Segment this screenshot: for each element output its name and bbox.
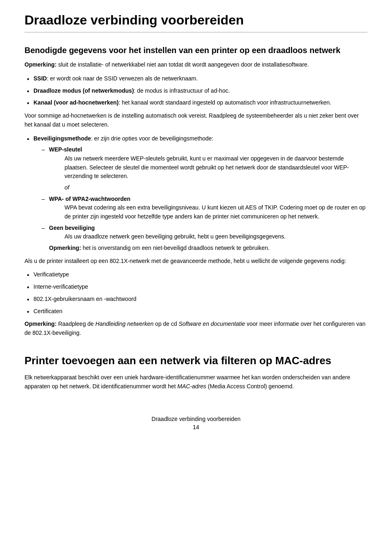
final-note-text: Opmerking: Raadpleeg de Handleiding netw… xyxy=(24,320,368,337)
security-bullet-list: Beveiligingsmethode: er zijn drie opties… xyxy=(24,134,368,253)
intro-rest: sluit de installatie- of netwerkkabel ni… xyxy=(57,61,309,68)
final-note-italic1: Handleiding netwerken xyxy=(96,321,154,327)
wep-item: WEP-sleutel Als uw netwerk meerdere WEP-… xyxy=(42,145,368,192)
footer-text: Draadloze verbinding voorbereiden xyxy=(24,416,368,422)
security-note-text: het is onverstandig om een niet-beveilig… xyxy=(81,245,270,251)
mac-adres-term: MAC-adres xyxy=(177,383,206,390)
list-802-item-2: Interne-verificatietype xyxy=(24,283,368,292)
modus-text: : de modus is infrastructuur of ad-hoc. xyxy=(134,87,230,94)
intro-text: Opmerking: sluit de installatie- of netw… xyxy=(24,60,368,69)
final-note-paragraph: Opmerking: Raadpleeg de Handleiding netw… xyxy=(24,320,368,337)
geen-beveiliging-label: Geen beveiliging xyxy=(49,225,95,231)
adhoc-paragraph: Voor sommige ad-hocnetwerken is de inste… xyxy=(24,111,368,129)
list-802-item-1: Verificatietype xyxy=(24,270,368,279)
bullet-beveiligingsmethode: Beveiligingsmethode: er zijn drie opties… xyxy=(24,134,368,253)
wep-sub-text: Als uw netwerk meerdere WEP-sleutels geb… xyxy=(65,154,368,181)
bullet-draadloze-modus: Draadloze modus (of netwerkmodus): de mo… xyxy=(24,87,368,96)
geen-beveiliging-sub-text: Als uw draadloze netwerk geen beveiligin… xyxy=(65,232,368,241)
intro-bold: Opmerking: xyxy=(24,61,57,68)
beveiliging-bold: Beveiligingsmethode xyxy=(33,135,91,142)
bullet-kanaal: Kanaal (voor ad-hocnetwerken): het kanaa… xyxy=(24,98,368,107)
page-number: 14 xyxy=(24,424,368,430)
modus-bold: Draadloze modus (of netwerkmodus) xyxy=(33,87,134,94)
section1-heading: Benodigde gegevens voor het instellen va… xyxy=(24,45,368,56)
intro-paragraph: Opmerking: sluit de installatie- of netw… xyxy=(24,60,368,69)
page-footer: Draadloze verbinding voorbereiden 14 xyxy=(24,416,368,430)
page-title: Draadloze verbinding voorbereiden xyxy=(24,12,368,33)
section2-paragraph: Elk netwerkapparaat beschikt over een un… xyxy=(24,373,368,391)
ssid-text: : er wordt ook naar de SSID verwezen als… xyxy=(47,75,198,82)
list-802-item-3: 802.1X-gebruikersnaam en -wachtwoord xyxy=(24,295,368,304)
final-note-mid: op de cd xyxy=(154,321,179,327)
final-note-italic2: Software en documentatie xyxy=(178,321,245,327)
wpa-sub-text: WPA bevat codering als een extra beveili… xyxy=(65,203,368,221)
geen-beveiliging-item: Geen beveiliging Als uw draadloze netwer… xyxy=(42,224,368,241)
ssid-bold: SSID xyxy=(33,75,47,82)
para-802: Als u de printer installeert op een 802.… xyxy=(24,257,368,266)
wep-list: WEP-sleutel Als uw netwerk meerdere WEP-… xyxy=(42,145,368,241)
bullet-ssid: SSID: er wordt ook naar de SSID verwezen… xyxy=(24,74,368,83)
beveiliging-text: : er zijn drie opties voor de beveiligin… xyxy=(91,135,214,142)
wpa-label: WPA- of WPA2-wachtwoorden xyxy=(49,196,130,202)
security-note: Opmerking: het is onverstandig om een ni… xyxy=(49,244,368,253)
list-802-item-4: Certificaten xyxy=(24,307,368,316)
list-802: Verificatietype Interne-verificatietype … xyxy=(24,270,368,316)
main-bullet-list: SSID: er wordt ook naar de SSID verwezen… xyxy=(24,74,368,107)
section2-heading: Printer toevoegen aan een netwerk via fi… xyxy=(24,354,368,368)
final-note-label: Opmerking: xyxy=(24,321,57,327)
section2-text: Elk netwerkapparaat beschikt over een un… xyxy=(24,373,368,391)
para-802-text: Als u de printer installeert op een 802.… xyxy=(24,257,368,266)
adhoc-text: Voor sommige ad-hocnetwerken is de inste… xyxy=(24,111,368,129)
security-note-label: Opmerking: xyxy=(49,245,81,251)
wpa-item: WPA- of WPA2-wachtwoorden WPA bevat code… xyxy=(42,195,368,221)
section2-post-italic: (Media Access Control) genoemd. xyxy=(206,383,294,390)
or-text: of xyxy=(65,183,368,192)
wep-label: WEP-sleutel xyxy=(49,146,82,153)
kanaal-text: : het kanaal wordt standaard ingesteld o… xyxy=(119,99,332,106)
final-note-pre-italic: Raadpleeg de xyxy=(57,321,96,327)
kanaal-bold: Kanaal (voor ad-hocnetwerken) xyxy=(33,99,119,106)
